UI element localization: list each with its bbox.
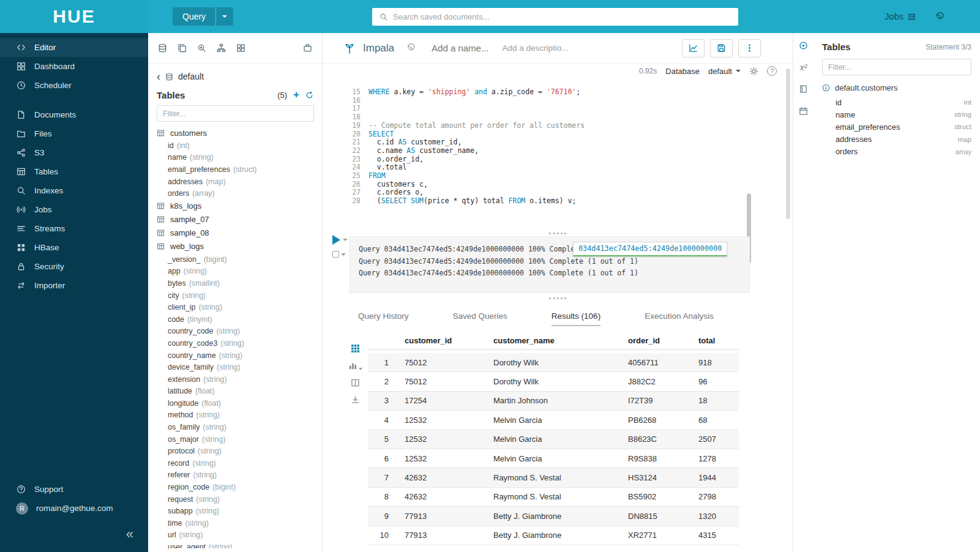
execute-options-caret[interactable] — [343, 239, 348, 241]
tab-saved-queries[interactable]: Saved Queries — [453, 311, 507, 326]
sidebar-item-tables[interactable]: Tables — [0, 162, 148, 181]
code-line[interactable]: 27 c.orders o, — [323, 188, 744, 197]
table-item-web-logs[interactable]: web_logs — [148, 240, 322, 253]
resize-handle-top[interactable] — [549, 233, 566, 234]
execute-button[interactable] — [332, 235, 340, 245]
code-line[interactable]: 24 v.total — [323, 163, 744, 172]
save-button[interactable] — [710, 39, 733, 58]
query-history-icon[interactable] — [406, 43, 416, 53]
query-button-label[interactable]: Query — [173, 7, 215, 26]
column-item-url[interactable]: url(string) — [148, 529, 322, 542]
column-item-orders[interactable]: ordersarray — [822, 146, 971, 158]
sidebar-item-user[interactable]: R romain@gethue.com — [0, 499, 148, 518]
table-row[interactable]: 977913Betty J. GiambroneDN88151320 — [368, 507, 739, 526]
tab-results-106[interactable]: Results (106) — [552, 311, 600, 326]
database-select[interactable]: default — [708, 67, 741, 76]
table-item-customers[interactable]: customers — [148, 126, 322, 140]
code-line[interactable]: 20SELECT — [323, 130, 744, 139]
sitemap-icon[interactable] — [217, 43, 226, 53]
zoom-in-icon[interactable] — [197, 43, 206, 53]
column-item-referer[interactable]: referer(string) — [148, 469, 322, 482]
active-table-ref[interactable]: default.customers — [822, 83, 971, 92]
tab-query-history[interactable]: Query History — [358, 311, 409, 326]
column-item-device-family[interactable]: device_family(string) — [148, 361, 322, 373]
column-item-country-name[interactable]: country_name(string) — [148, 349, 322, 362]
query-id-link[interactable]: 034d413ec7474ed5:4249de1000000000 — [573, 242, 727, 256]
column-item-name[interactable]: name(string) — [148, 152, 322, 164]
code-line[interactable]: 21 c.id AS customer_id, — [323, 138, 744, 147]
column-item-os-family[interactable]: os_family(string) — [148, 421, 322, 433]
query-name-field[interactable]: Add a name... — [432, 43, 488, 53]
column-item-bytes[interactable]: bytes(smallint) — [148, 277, 322, 289]
sidebar-item-security[interactable]: Security — [0, 257, 148, 276]
help-icon[interactable]: ? — [767, 66, 777, 76]
table-row[interactable]: 275012Dorothy WilkJ882C296 — [368, 372, 739, 391]
table-row[interactable]: 512532Melvin GarciaB8623C2507 — [368, 430, 739, 449]
code-line[interactable]: 26 customers c, — [323, 181, 744, 189]
code-line[interactable]: 16 — [323, 97, 744, 105]
jobs-link[interactable]: Jobs — [885, 12, 916, 21]
column-item-extension[interactable]: extension(string) — [148, 373, 322, 386]
query-button[interactable]: Query — [173, 7, 233, 26]
column-item-email-preferences[interactable]: email_preferencesstruct — [822, 121, 971, 133]
global-search[interactable] — [372, 8, 738, 26]
chart-toggle[interactable] — [348, 361, 362, 370]
functions-icon[interactable]: x² — [800, 63, 807, 72]
code-line[interactable]: 23 o.order_id, — [323, 155, 744, 164]
code-line[interactable]: 17 — [323, 105, 744, 113]
copy-icon[interactable] — [178, 43, 187, 53]
query-description-field[interactable]: Add a descriptio... — [502, 43, 568, 53]
table-item-sample-07[interactable]: sample_07 — [148, 213, 322, 226]
editor-assistant-icon[interactable] — [799, 41, 808, 50]
table-row[interactable]: 612532Melvin GarciaR9S8381278 — [368, 449, 739, 468]
column-item-latitude[interactable]: latitude(float) — [148, 386, 322, 398]
code-line[interactable]: 25FROM — [323, 172, 744, 181]
table-row[interactable]: 1077913Betty J. GiambroneXR27714315 — [368, 526, 739, 545]
column-item-region-code[interactable]: region_code(bigint) — [148, 481, 322, 493]
column-item-country-code3[interactable]: country_code3(string) — [148, 337, 322, 349]
tab-execution-analysis[interactable]: Execution Analysis — [645, 311, 714, 326]
column-item-time[interactable]: time(string) — [148, 517, 322, 529]
column-item-protocol[interactable]: protocol(string) — [148, 445, 322, 457]
settings-gear-icon[interactable] — [749, 67, 758, 76]
column-item-id[interactable]: idint — [822, 96, 971, 108]
sidebar-item-s3[interactable]: S3 — [0, 143, 148, 162]
column-item-id[interactable]: id(int) — [148, 140, 322, 152]
column-item-addresses[interactable]: addressesmap — [822, 133, 971, 146]
table-row[interactable]: 842632Raymond S. VestalBS59022798 — [368, 488, 739, 507]
table-item-sample-08[interactable]: sample_08 — [148, 226, 322, 240]
code-editor[interactable]: 15WHERE a.key = 'shipping' and a.zip_cod… — [323, 82, 793, 236]
table-row[interactable]: 175012Dorothy Wilk4056711918 — [368, 353, 739, 372]
breadcrumb-database[interactable]: default — [178, 72, 204, 81]
code-line[interactable]: 22 c.name AS customer_name, — [323, 147, 744, 155]
column-item-version[interactable]: _version_(bigint) — [148, 253, 322, 266]
schedules-icon[interactable] — [799, 106, 808, 116]
column-item-os-major[interactable]: os_major(string) — [148, 433, 322, 446]
column-item-email-preferences[interactable]: email_preferences(struct) — [148, 163, 322, 176]
sidebar-item-documents[interactable]: Documents — [0, 105, 148, 124]
sidebar-item-hbase[interactable]: HBase — [0, 238, 148, 257]
columns-icon[interactable] — [348, 378, 362, 387]
column-item-city[interactable]: city(string) — [148, 289, 322, 302]
sidebar-item-editor[interactable]: Editor — [0, 38, 148, 57]
column-item-user-agent[interactable]: user_agent(string) — [148, 541, 322, 548]
query-dropdown-caret[interactable] — [215, 7, 233, 26]
more-actions-button[interactable] — [738, 39, 761, 58]
column-item-orders[interactable]: orders(array) — [148, 187, 322, 200]
column-item-record[interactable]: record(string) — [148, 457, 322, 469]
bag-icon[interactable] — [303, 43, 312, 53]
resize-handle-bottom[interactable] — [549, 297, 566, 299]
table-row[interactable]: 317254Martin JohnsonI72T3918 — [368, 392, 739, 411]
column-item-code[interactable]: code(tinyint) — [148, 313, 322, 326]
sidebar-collapse-button[interactable]: « — [126, 526, 133, 542]
chart-button[interactable] — [682, 39, 705, 58]
sidebar-item-importer[interactable]: Importer — [0, 276, 148, 295]
column-item-subapp[interactable]: subapp(string) — [148, 505, 322, 517]
databases-icon[interactable] — [158, 43, 167, 53]
sidebar-item-indexes[interactable]: Indexes — [0, 181, 148, 200]
sidebar-item-support[interactable]: Support — [0, 480, 148, 499]
code-line[interactable]: 28 (SELECT SUM(price * qty) total FROM o… — [323, 197, 744, 206]
history-icon[interactable] — [935, 12, 944, 21]
grid-icon[interactable] — [348, 344, 362, 353]
hue-logo[interactable]: HUE — [0, 0, 148, 33]
